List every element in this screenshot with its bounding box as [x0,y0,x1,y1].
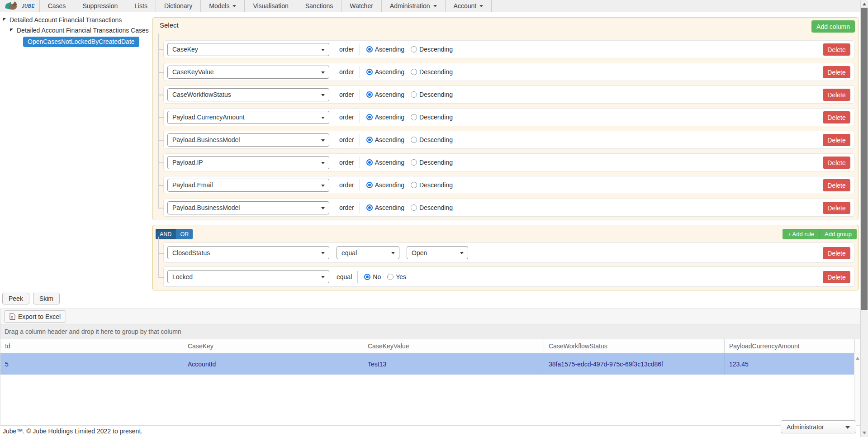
peek-button[interactable]: Peek [2,293,29,304]
scroll-down-icon[interactable] [863,432,866,434]
nav-item-cases[interactable]: Cases [40,0,75,12]
filter-value-select[interactable]: Open [407,246,468,259]
tree-node-cases[interactable]: Detailed Account Financial Transactions … [10,25,152,35]
nav-label: Suppression [82,2,118,10]
group-drop-zone[interactable]: Drag a column header and drop it here to… [0,324,860,339]
user-role-dropdown[interactable]: Administrator [781,420,856,433]
nav-item-account[interactable]: Account [446,0,492,12]
ascending-radio[interactable]: Ascending [366,91,404,98]
add-rule-button[interactable]: + Add rule [783,229,820,239]
jube-logo[interactable]: JUBE [0,0,40,12]
nav-item-dictionary[interactable]: Dictionary [156,0,201,12]
nav-item-lists[interactable]: Lists [126,0,156,12]
or-button[interactable]: OR [175,229,193,239]
delete-button[interactable]: Delete [823,202,850,214]
column-header-label: PayloadCurrencyAmount [729,342,800,350]
column-field-select[interactable]: Payload.CurrencyAmount [167,111,329,124]
ascending-radio[interactable]: Ascending [366,136,404,143]
nav-item-watcher[interactable]: Watcher [342,0,382,12]
nav-item-sanctions[interactable]: Sanctions [297,0,342,12]
app-window: JUBE Cases Suppression Lists Dictionary … [0,0,868,437]
select-value: equal [342,249,357,256]
radio-label: Ascending [375,136,404,143]
delete-button[interactable]: Delete [823,157,850,169]
filter-field-select[interactable]: ClosedStatus [167,246,329,259]
filter-field-select[interactable]: Locked [167,270,329,283]
column-field-select[interactable]: Payload.BusinessModel [167,201,329,214]
cell-payloadcurrencyamount: 123.45 [725,353,855,375]
delete-button[interactable]: Delete [823,89,850,101]
scroll-up-icon[interactable] [856,357,859,360]
nav-label: Visualisation [253,2,288,10]
descending-radio[interactable]: Descending [411,181,453,189]
nav-item-visualisation[interactable]: Visualisation [245,0,297,12]
scrollbar-thumb[interactable] [861,8,868,310]
column-field-select[interactable]: Payload.BusinessModel [167,133,329,147]
delete-button[interactable]: Delete [823,271,850,283]
ascending-radio[interactable]: Ascending [366,159,404,166]
peek-skim-actions: Peek Skim [2,293,60,304]
select-value: Locked [172,273,193,280]
descending-radio[interactable]: Descending [411,46,453,53]
yes-radio[interactable]: Yes [387,273,406,280]
descending-radio[interactable]: Descending [411,159,453,166]
nav-item-models[interactable]: Models [201,0,245,12]
skim-button[interactable]: Skim [33,293,60,304]
add-column-button[interactable]: Add column [811,20,855,33]
column-field-select[interactable]: Payload.Email [167,179,329,192]
tree-node-root[interactable]: Detailed Account Financial Transactions [3,14,152,25]
ascending-radio[interactable]: Ascending [366,46,404,53]
descending-radio[interactable]: Descending [411,68,453,76]
table-row-selected[interactable]: 5 AccountId Test13 38fa1575-edcd-497d-97… [0,353,860,375]
column-field-select[interactable]: CaseWorkflowStatus [167,88,329,101]
tree-node-selected[interactable]: OpenCasesNotLockedByCreatedDate [23,37,139,47]
chevron-down-icon [479,5,483,7]
radio-label: Ascending [375,181,404,189]
order-label: order [339,46,354,53]
delete-button[interactable]: Delete [823,247,850,259]
descending-radio[interactable]: Descending [411,204,453,211]
grid-scrollbar[interactable] [854,353,860,425]
radio-label: Ascending [375,68,404,76]
tree-expand-icon[interactable] [10,28,13,32]
column-field-select[interactable]: CaseKeyValue [167,66,329,79]
select-value: Payload.BusinessModel [172,136,240,143]
ascending-radio[interactable]: Ascending [366,204,404,211]
column-field-select[interactable]: Payload.IP [167,156,329,169]
radio-icon [411,114,417,120]
descending-radio[interactable]: Descending [411,91,453,98]
column-header-caseworkflowstatus[interactable]: CaseWorkflowStatus [544,339,725,353]
descending-radio[interactable]: Descending [411,136,453,143]
delete-button[interactable]: Delete [823,43,850,56]
add-group-button[interactable]: Add group [820,229,857,239]
results-grid: x Export to Excel Drag a column header a… [0,309,860,426]
divider [360,111,360,123]
ascending-radio[interactable]: Ascending [366,114,404,121]
ascending-radio[interactable]: Ascending [366,181,404,189]
filter-rule-row: Locked equal No Yes Delete [163,266,854,287]
no-radio[interactable]: No [364,273,381,280]
delete-button[interactable]: Delete [823,179,850,191]
radio-label: Ascending [375,46,404,53]
column-field-select[interactable]: CaseKey [167,43,329,56]
delete-button[interactable]: Delete [823,111,850,124]
nav-label: Account [454,2,477,10]
delete-button[interactable]: Delete [823,66,850,78]
export-to-excel-button[interactable]: x Export to Excel [4,310,66,323]
filter-operator-select[interactable]: equal [337,246,399,259]
column-header-casekey[interactable]: CaseKey [183,339,363,353]
delete-button[interactable]: Delete [823,134,850,146]
nav-item-administration[interactable]: Administration [382,0,446,12]
nav-item-suppression[interactable]: Suppression [74,0,126,12]
column-header-casekeyvalue[interactable]: CaseKeyValue [363,339,544,353]
descending-radio[interactable]: Descending [411,114,453,121]
jube-logo-icon [5,1,21,11]
scroll-up-icon[interactable] [863,3,866,5]
ascending-radio[interactable]: Ascending [366,68,404,76]
nav-label: Models [209,2,229,10]
column-header-payloadcurrencyamount[interactable]: PayloadCurrencyAmount [725,339,855,353]
page-scrollbar[interactable] [860,0,868,437]
column-header-id[interactable]: Id [0,339,183,353]
radio-icon [411,137,417,143]
tree-expand-icon[interactable] [3,18,6,21]
